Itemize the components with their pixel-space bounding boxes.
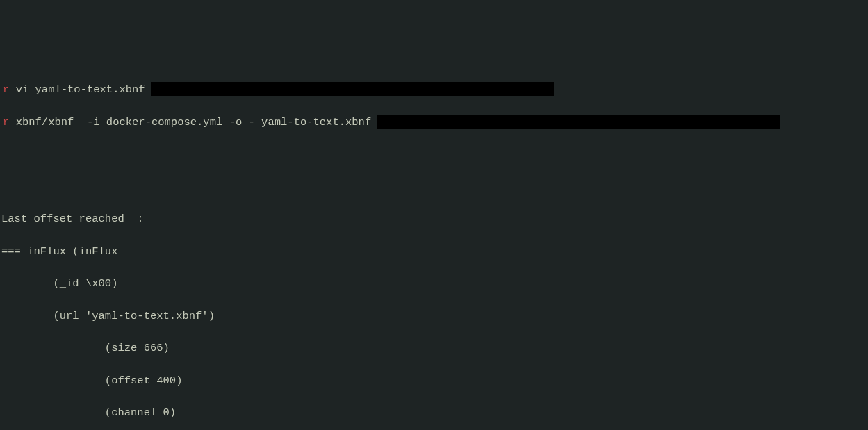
influx-line: (channel 0) xyxy=(1,405,867,421)
prompt-char: r xyxy=(1,115,9,131)
offset-header: Last offset reached : xyxy=(1,211,867,227)
influx-header: === inFlux (inFlux xyxy=(1,244,867,260)
blank-line xyxy=(1,147,867,163)
influx-line: (url 'yaml-to-text.xbnf') xyxy=(1,308,867,324)
command-line-2: r xbnf/xbnf -i docker-compose.yml -o - y… xyxy=(1,115,867,131)
terminal-output[interactable]: r vi yaml-to-text.xbnf r xbnf/xbnf -i do… xyxy=(0,66,868,430)
command-1: vi yaml-to-text.xbnf xyxy=(16,82,145,98)
command-line-1: r vi yaml-to-text.xbnf xyxy=(1,82,867,98)
influx-line: (_id \x00) xyxy=(1,276,867,292)
command-2: xbnf/xbnf -i docker-compose.yml -o - yam… xyxy=(16,115,372,131)
redacted-block-2 xyxy=(377,115,780,129)
blank-line xyxy=(1,179,867,195)
prompt-char: r xyxy=(1,82,9,98)
influx-line: (offset 400) xyxy=(1,373,867,389)
redacted-block-1 xyxy=(151,82,554,96)
influx-line: (size 666) xyxy=(1,340,867,356)
